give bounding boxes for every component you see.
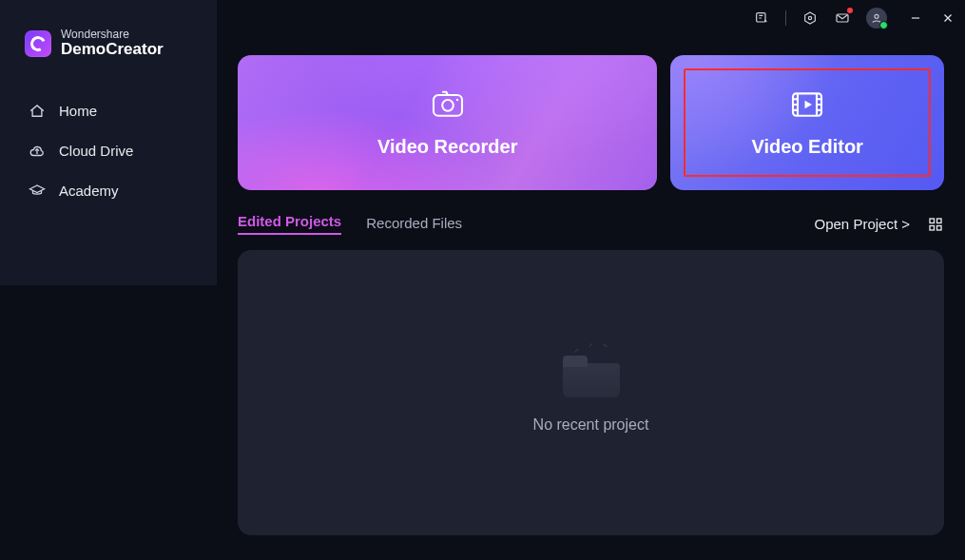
sidebar-item-cloud-drive[interactable]: Cloud Drive (0, 131, 217, 171)
action-cards: Video Recorder Video Editor (238, 0, 944, 190)
empty-folder-icon: ⸝⸍⸌ (563, 352, 620, 397)
video-editor-highlight: Video Editor (684, 68, 931, 177)
feedback-icon[interactable] (753, 10, 770, 27)
brand-text: Wondershare DemoCreator (61, 29, 164, 59)
tab-edited-projects[interactable]: Edited Projects (238, 213, 341, 235)
settings-hex-icon[interactable] (801, 10, 819, 27)
svg-point-5 (442, 100, 454, 111)
sidebar-item-academy[interactable]: Academy (0, 171, 217, 211)
titlebar (753, 8, 955, 29)
svg-rect-4 (434, 95, 462, 116)
online-status-dot-icon (879, 21, 888, 29)
mail-icon[interactable] (834, 10, 851, 27)
app-root: Wondershare DemoCreator Home (0, 0, 965, 560)
camera-record-icon (429, 88, 467, 123)
sidebar-nav: Home Cloud Drive (0, 91, 217, 211)
brand-logo-icon (25, 30, 51, 57)
svg-rect-11 (937, 225, 942, 230)
home-icon (29, 103, 46, 120)
sidebar-content: Wondershare DemoCreator Home (0, 0, 217, 211)
project-tabs: Edited Projects Recorded Files (238, 213, 462, 235)
film-play-icon (788, 88, 826, 123)
projects-panel: ⸝⸍⸌ No recent project (238, 250, 944, 535)
sidebar: Wondershare DemoCreator Home (0, 0, 217, 560)
titlebar-separator (785, 10, 786, 26)
user-avatar-icon[interactable] (866, 8, 887, 29)
svg-point-1 (808, 16, 811, 19)
svg-point-3 (875, 14, 878, 18)
cloud-upload-icon (29, 143, 46, 160)
sidebar-item-home[interactable]: Home (0, 91, 217, 131)
main: Video Recorder Video Editor (217, 0, 965, 560)
open-project-link[interactable]: Open Project > (815, 216, 910, 232)
graduation-cap-icon (29, 183, 46, 200)
folder-sparks: ⸝⸍⸌ (570, 342, 612, 354)
video-editor-card[interactable]: Video Editor (670, 55, 944, 190)
video-editor-label: Video Editor (751, 136, 862, 158)
grid-view-icon[interactable] (927, 216, 944, 233)
close-icon[interactable] (940, 10, 955, 26)
sidebar-item-label: Cloud Drive (59, 143, 133, 159)
svg-point-6 (455, 98, 458, 101)
sidebar-item-label: Academy (59, 183, 119, 199)
svg-rect-10 (930, 225, 935, 230)
brand-line1: Wondershare (61, 29, 164, 40)
notification-dot-icon (847, 8, 853, 13)
tab-recorded-files[interactable]: Recorded Files (366, 215, 462, 235)
sidebar-item-label: Home (59, 103, 97, 119)
empty-state-text: No recent project (533, 416, 649, 434)
svg-rect-9 (937, 219, 942, 223)
svg-rect-0 (757, 13, 765, 22)
tabs-right: Open Project > (815, 216, 944, 233)
svg-rect-8 (930, 219, 935, 223)
video-recorder-card[interactable]: Video Recorder (238, 55, 657, 190)
video-recorder-label: Video Recorder (377, 136, 517, 158)
tabs-row: Edited Projects Recorded Files Open Proj… (238, 213, 944, 235)
minimize-icon[interactable] (908, 10, 923, 26)
brand-line2: DemoCreator (61, 40, 164, 59)
brand: Wondershare DemoCreator (0, 29, 217, 91)
window-controls (908, 10, 955, 26)
